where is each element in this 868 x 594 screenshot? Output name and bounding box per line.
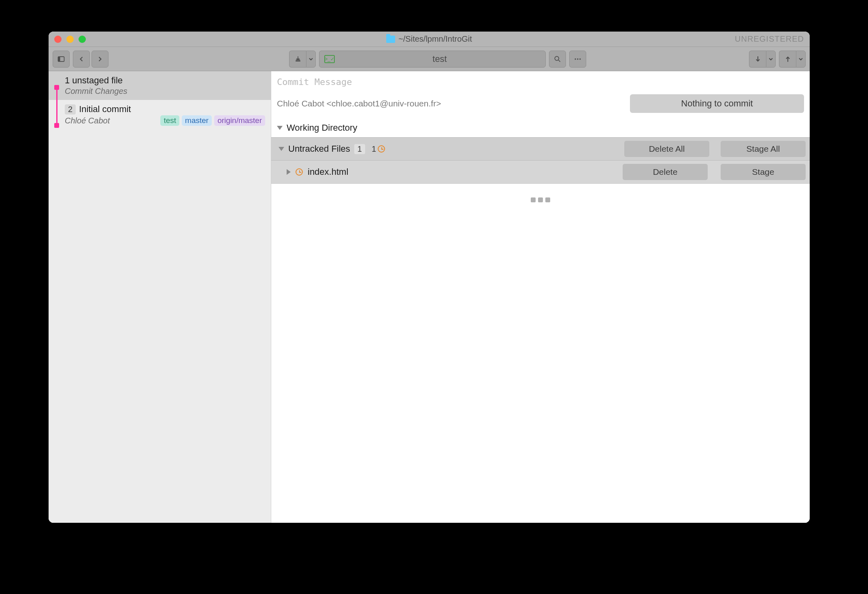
- svg-point-3: [555, 56, 559, 60]
- body: 1 unstaged file Commit Changes 2 Initial…: [49, 71, 810, 523]
- pull-button[interactable]: [749, 51, 766, 68]
- commit-message-area[interactable]: Commit Message: [271, 71, 810, 89]
- titlebar: ~/Sites/lpmn/IntroGit UNREGISTERED: [49, 32, 810, 47]
- window-title-text: ~/Sites/lpmn/IntroGit: [398, 34, 472, 44]
- toggle-sidebar-button[interactable]: [53, 51, 70, 68]
- branch-tag-test[interactable]: test: [160, 115, 179, 126]
- stage-file-button[interactable]: Stage: [721, 164, 806, 180]
- delete-file-button[interactable]: Delete: [623, 164, 708, 180]
- disclosure-down-icon: [279, 147, 284, 151]
- branch-name: test: [339, 54, 540, 64]
- graph-dot: [54, 85, 59, 90]
- push-dropdown-button[interactable]: [796, 51, 806, 68]
- sidebar: 1 unstaged file Commit Changes 2 Initial…: [49, 71, 271, 523]
- search-button[interactable]: [549, 51, 566, 68]
- main-panel: Commit Message Chloé Cabot <chloe.cabot1…: [271, 71, 810, 523]
- disclosure-down-icon: [277, 126, 283, 130]
- svg-point-5: [577, 58, 578, 59]
- branch-tag-origin-master[interactable]: origin/master: [214, 115, 265, 126]
- untracked-count-badge: 1: [354, 144, 365, 154]
- pull-dropdown-button[interactable]: [766, 51, 776, 68]
- commit-count-badge: 2: [65, 104, 76, 115]
- push-button[interactable]: [779, 51, 796, 68]
- nav-buttons: [73, 51, 108, 68]
- pending-count: 1: [372, 144, 376, 154]
- stage-all-button[interactable]: Stage All: [721, 141, 806, 157]
- branch-tags: test master origin/master: [160, 115, 265, 126]
- svg-rect-1: [58, 57, 60, 62]
- svg-rect-2: [296, 60, 300, 62]
- commit-meta-row: Chloé Cabot test master origin/master: [65, 115, 265, 126]
- arrow-down-icon: [754, 55, 762, 63]
- folder-icon: [386, 36, 395, 43]
- stash-icon: [294, 55, 302, 63]
- author-identity: Chloé Cabot <chloe.cabot1@univ-rouen.fr>: [277, 99, 441, 108]
- commit-title-row: 2 Initial commit: [65, 104, 265, 115]
- sidebar-icon: [57, 55, 65, 63]
- registration-status: UNREGISTERED: [735, 34, 804, 44]
- dot-icon: [538, 197, 543, 202]
- chevron-left-icon: [77, 55, 85, 63]
- working-directory-header[interactable]: Working Directory: [271, 119, 810, 137]
- commit-title-text: Initial commit: [79, 104, 131, 115]
- commit-button[interactable]: Nothing to commit: [630, 94, 804, 113]
- svg-point-6: [579, 58, 581, 59]
- search-icon: [553, 55, 562, 63]
- loading-indicator: [271, 184, 810, 214]
- zoom-window-button[interactable]: [79, 36, 86, 43]
- author-row: Chloé Cabot <chloe.cabot1@univ-rouen.fr>…: [271, 89, 810, 119]
- branch-tag-master[interactable]: master: [182, 115, 212, 126]
- chevron-right-icon: [96, 55, 104, 63]
- uncommitted-title: 1 unstaged file: [65, 75, 265, 86]
- pull-button-group: [749, 51, 776, 68]
- ellipsis-icon: [574, 55, 582, 63]
- arrow-up-icon: [784, 55, 792, 63]
- app-window: ~/Sites/lpmn/IntroGit UNREGISTERED >: [49, 32, 810, 523]
- graph-line: [56, 90, 57, 123]
- untracked-files-header[interactable]: Untracked Files 1 1 Delete All Stage All: [271, 137, 810, 161]
- commit-message-placeholder: Commit Message: [277, 77, 804, 87]
- working-directory-label: Working Directory: [287, 123, 357, 133]
- commit-author: Chloé Cabot: [65, 116, 110, 125]
- terminal-icon: >_✓: [324, 55, 335, 63]
- stash-button[interactable]: [289, 51, 306, 68]
- untracked-label: Untracked Files: [288, 144, 350, 154]
- svg-point-4: [575, 58, 576, 59]
- commit-item[interactable]: 2 Initial commit Chloé Cabot test master…: [49, 100, 271, 130]
- chevron-down-icon: [799, 57, 803, 61]
- back-button[interactable]: [73, 51, 90, 68]
- graph-dot: [54, 123, 59, 128]
- branch-selector[interactable]: >_✓ test: [319, 51, 546, 68]
- window-title: ~/Sites/lpmn/IntroGit: [49, 34, 810, 44]
- stash-button-group: [289, 51, 316, 68]
- toolbar: >_✓ test: [49, 47, 810, 71]
- pending-badge: 1: [369, 144, 387, 154]
- uncommitted-changes-item[interactable]: 1 unstaged file Commit Changes: [49, 71, 271, 100]
- chevron-down-icon: [769, 57, 773, 61]
- forward-button[interactable]: [91, 51, 108, 68]
- minimize-window-button[interactable]: [66, 36, 74, 43]
- clock-icon: [378, 145, 385, 153]
- file-name: index.html: [308, 167, 348, 177]
- more-button[interactable]: [569, 51, 586, 68]
- delete-all-button[interactable]: Delete All: [624, 141, 709, 157]
- dot-icon: [531, 197, 536, 202]
- stash-dropdown-button[interactable]: [306, 51, 316, 68]
- file-row[interactable]: index.html Delete Stage: [271, 161, 810, 184]
- push-button-group: [779, 51, 806, 68]
- dot-icon: [545, 197, 550, 202]
- uncommitted-subtitle: Commit Changes: [65, 87, 265, 96]
- close-window-button[interactable]: [54, 36, 62, 43]
- disclosure-right-icon: [287, 169, 291, 175]
- clock-icon: [296, 168, 303, 176]
- chevron-down-icon: [309, 57, 313, 61]
- traffic-lights: [54, 36, 86, 43]
